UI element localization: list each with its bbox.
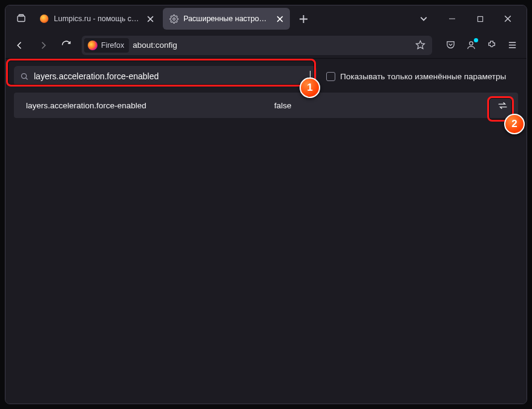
svg-point-2 [172,18,175,20]
tab-about-config[interactable]: Расширенные настройки [163,8,290,30]
text-caret [310,71,310,82]
tab-title: Lumpics.ru - помощь с компь [54,15,140,23]
pref-search-input[interactable] [34,71,305,81]
reload-button[interactable] [56,36,76,55]
checkbox-icon[interactable] [326,72,335,81]
bookmark-star-icon[interactable] [412,37,429,54]
lumpics-favicon-icon [39,14,49,24]
identity-label: Firefox [101,41,124,50]
search-icon [20,72,29,81]
recent-history-button[interactable] [10,8,32,30]
show-modified-label: Показывать только изменённые параметры [340,72,506,81]
forward-button[interactable] [33,36,53,55]
close-tab-icon[interactable] [274,13,285,24]
close-window-button[interactable] [494,5,522,32]
search-row: Показывать только изменённые параметры [10,64,522,93]
svg-point-4 [469,42,473,45]
maximize-button[interactable] [466,5,494,32]
svg-rect-0 [18,16,25,22]
about-config-content: Показывать только изменённые параметры l… [5,59,527,404]
pref-table: layers.acceleration.force-enabled false [10,93,522,118]
url-text: about:config [133,41,408,50]
app-menu-button[interactable] [502,36,522,55]
browser-window: Lumpics.ru - помощь с компь Расширенные … [5,5,527,404]
tab-strip: Lumpics.ru - помощь с компь Расширенные … [5,5,527,32]
new-tab-button[interactable] [294,9,313,28]
toggle-value-button[interactable] [493,96,512,114]
address-bar[interactable]: Firefox about:config [82,36,432,55]
toolbar-actions [441,36,522,55]
pref-name: layers.acceleration.force-enabled [26,101,268,110]
gear-icon [169,14,179,24]
firefox-logo-icon [88,41,97,50]
account-button[interactable] [461,36,481,55]
svg-rect-1 [19,15,24,16]
pref-value: false [274,101,487,110]
pref-row[interactable]: layers.acceleration.force-enabled false [14,93,518,118]
notification-dot-icon [474,38,478,42]
extensions-button[interactable] [482,36,501,55]
close-tab-icon[interactable] [145,13,156,24]
svg-point-5 [22,73,27,78]
pref-search-box[interactable] [14,66,317,87]
back-button[interactable] [10,36,30,55]
identity-box[interactable]: Firefox [84,38,129,53]
pocket-button[interactable] [441,36,460,55]
window-controls [438,5,522,32]
show-modified-only[interactable]: Показывать только изменённые параметры [326,72,506,81]
nav-toolbar: Firefox about:config [5,32,527,59]
all-tabs-dropdown[interactable] [414,9,433,28]
minimize-button[interactable] [438,5,466,32]
tab-lumpics[interactable]: Lumpics.ru - помощь с компь [33,8,160,30]
tab-title: Расширенные настройки [183,15,269,23]
svg-rect-3 [478,16,482,21]
